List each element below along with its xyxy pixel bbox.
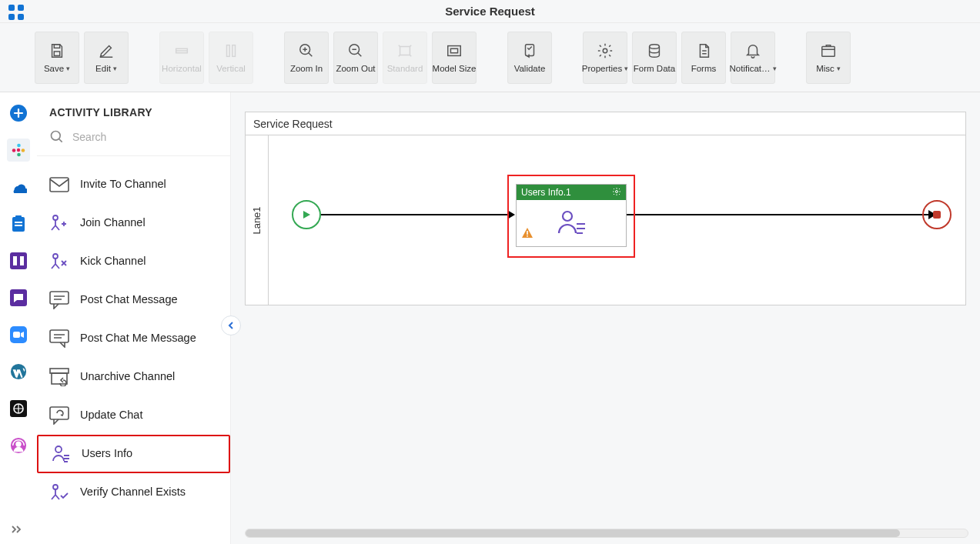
process-pool[interactable]: Service Request Lane1 Users Info.1 — [245, 112, 966, 305]
svg-point-40 — [53, 215, 58, 220]
standard-label: Standard — [387, 65, 423, 74]
horizontal-icon — [172, 42, 191, 60]
rail-wordpress-icon[interactable] — [7, 360, 30, 383]
gear-icon[interactable] — [612, 187, 621, 199]
end-event-node[interactable] — [922, 200, 952, 229]
horizontal-scrollbar[interactable] — [245, 529, 968, 538]
svg-point-15 — [650, 45, 660, 49]
save-button[interactable]: Save▾ — [35, 32, 79, 84]
chevron-down-icon: ▾ — [624, 65, 628, 72]
collapse-sidebar-button[interactable] — [221, 315, 241, 335]
activity-users-info[interactable]: Users Info — [37, 435, 230, 473]
users-info-icon — [556, 209, 587, 239]
svg-rect-7 — [227, 45, 230, 56]
lane-label-cell[interactable]: Lane1 — [246, 135, 269, 305]
forms-label: Forms — [691, 65, 717, 74]
activity-list: Invite To Channel Join Channel Kick Chan… — [37, 156, 230, 544]
forms-icon — [694, 42, 713, 60]
notifications-button[interactable]: Notificat…▾ — [731, 32, 775, 84]
activity-update-chat[interactable]: Update Chat — [37, 396, 230, 435]
zoom-out-icon — [346, 42, 365, 60]
svg-rect-2 — [8, 14, 15, 20]
forms-button[interactable]: Forms — [681, 32, 726, 84]
activity-node-users-info[interactable]: Users Info.1 — [516, 184, 627, 247]
edit-label: Edit — [95, 65, 111, 74]
model-size-button[interactable]: Model Size — [432, 32, 477, 84]
rail-chat-icon[interactable] — [7, 286, 30, 309]
svg-rect-42 — [50, 292, 69, 304]
activity-label: Unarchive Channel — [80, 369, 175, 385]
rail-onedrive-icon[interactable] — [7, 175, 30, 199]
rail-columns-icon[interactable] — [7, 249, 30, 272]
lane-label: Lane1 — [251, 206, 263, 234]
zoom-out-button[interactable]: Zoom Out — [333, 32, 378, 84]
form-data-icon — [645, 42, 664, 60]
properties-button[interactable]: Properties▾ — [583, 32, 627, 84]
activity-label: Post Chat Message — [80, 292, 178, 308]
sidebar-title: ACTIVITY LIBRARY — [37, 92, 230, 125]
activity-label: Users Info — [82, 446, 132, 462]
standard-button: Standard — [383, 32, 427, 84]
svg-rect-46 — [50, 407, 69, 419]
activity-node-title: Users Info.1 — [521, 187, 571, 198]
rail-expand-button[interactable] — [11, 525, 25, 536]
validate-icon — [520, 42, 539, 60]
zoom-in-icon — [297, 42, 316, 60]
scrollbar-thumb[interactable] — [246, 529, 900, 537]
svg-rect-25 — [15, 222, 22, 223]
activity-post-chat-me-message[interactable]: Post Chat Me Message — [37, 319, 230, 358]
svg-rect-45 — [52, 373, 67, 384]
rail-grid-icon[interactable] — [7, 397, 30, 420]
start-event-node[interactable] — [292, 200, 321, 229]
svg-point-38 — [52, 132, 61, 141]
rail-support-icon[interactable] — [7, 434, 30, 457]
chat-me-icon — [49, 329, 69, 349]
svg-rect-21 — [17, 153, 21, 157]
page-title: Service Request — [0, 5, 980, 18]
rail-add-button[interactable] — [7, 102, 30, 125]
save-label: Save — [44, 65, 64, 74]
chevron-down-icon: ▾ — [113, 65, 117, 72]
activity-join-channel[interactable]: Join Channel — [37, 204, 230, 242]
activity-label: Join Channel — [80, 215, 145, 231]
rail-zoom-icon[interactable] — [7, 323, 30, 346]
activity-verify-channel-exists[interactable]: Verify Channel Exists — [37, 473, 230, 512]
app-rail — [0, 92, 37, 544]
svg-rect-0 — [8, 5, 15, 11]
rail-clipboard-icon[interactable] — [7, 212, 30, 235]
activity-label: Post Chat Me Message — [80, 331, 196, 346]
svg-point-41 — [53, 254, 58, 259]
edit-button[interactable]: Edit▾ — [84, 32, 129, 84]
lane-content[interactable]: Users Info.1 — [269, 135, 965, 305]
activity-library-panel: ACTIVITY LIBRARY Invite To Channel Join … — [37, 92, 231, 544]
validate-button[interactable]: Validate — [507, 32, 552, 84]
validate-label: Validate — [514, 65, 546, 74]
horizontal-button: Horizontal — [159, 32, 204, 84]
activity-label: Invite To Channel — [80, 177, 166, 192]
svg-rect-8 — [232, 45, 236, 56]
svg-point-50 — [563, 212, 572, 221]
app-grid-icon[interactable] — [8, 4, 25, 23]
svg-rect-1 — [18, 5, 24, 11]
properties-label: Properties — [582, 65, 622, 74]
misc-button[interactable]: Misc▾ — [806, 32, 851, 84]
zoom-in-button[interactable]: Zoom In — [284, 32, 329, 84]
activity-unarchive-channel[interactable]: Unarchive Channel — [37, 358, 230, 396]
svg-point-37 — [15, 442, 21, 447]
activity-invite-to-channel[interactable]: Invite To Channel — [37, 165, 230, 204]
search-row — [37, 125, 230, 156]
search-input[interactable] — [72, 131, 218, 143]
zoom-in-label: Zoom In — [290, 65, 323, 74]
envelope-icon — [49, 175, 69, 195]
form-data-button[interactable]: Form Data — [632, 32, 677, 84]
svg-rect-29 — [20, 256, 24, 265]
svg-point-48 — [53, 485, 58, 489]
activity-post-chat-message[interactable]: Post Chat Message — [37, 281, 230, 319]
rail-slack-icon[interactable] — [7, 139, 30, 162]
kick-icon — [49, 252, 69, 272]
misc-label: Misc — [816, 65, 835, 74]
activity-kick-channel[interactable]: Kick Channel — [37, 242, 230, 281]
canvas[interactable]: Service Request Lane1 Users Info.1 — [231, 92, 980, 544]
activity-label: Kick Channel — [80, 254, 145, 269]
model-size-label: Model Size — [433, 65, 477, 74]
